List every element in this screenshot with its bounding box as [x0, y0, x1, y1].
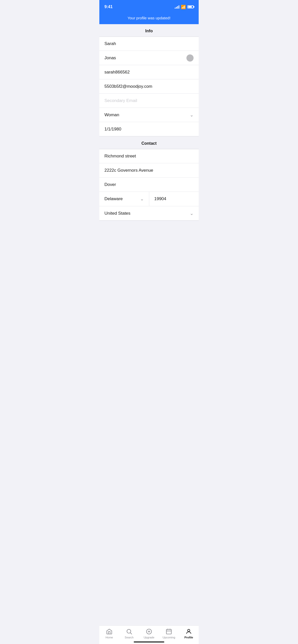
wifi-icon: 📶: [181, 5, 186, 9]
info-section-header: Info: [99, 24, 199, 36]
status-icons: 📶: [175, 5, 194, 9]
email-field[interactable]: 5503b5f2@moodjoy.com: [99, 79, 199, 94]
contact-fields-group: Richmond street 2222c Governors Avenue D…: [99, 149, 199, 221]
notification-message: Your profile was updated!: [128, 16, 171, 20]
username-field[interactable]: sarah866562: [99, 65, 199, 79]
zip-field[interactable]: 19904: [149, 192, 199, 206]
street2-field[interactable]: 2222c Governors Avenue: [99, 163, 199, 178]
state-value: Delaware: [104, 196, 123, 201]
country-value: United States: [104, 211, 190, 216]
secondary-email-field[interactable]: Secondary Email: [99, 94, 199, 108]
city-field[interactable]: Dover: [99, 178, 199, 192]
notification-banner: Your profile was updated!: [99, 13, 199, 24]
first-name-value: Sarah: [104, 41, 194, 46]
email-value: 5503b5f2@moodjoy.com: [104, 84, 194, 89]
street1-field[interactable]: Richmond street: [99, 149, 199, 163]
secondary-email-placeholder: Secondary Email: [104, 98, 194, 103]
city-value: Dover: [104, 182, 194, 187]
country-field[interactable]: United States ⌄: [99, 206, 199, 221]
state-field[interactable]: Delaware ⌄: [99, 192, 149, 206]
username-value: sarah866562: [104, 70, 194, 75]
street1-value: Richmond street: [104, 154, 194, 159]
contact-section-header: Contact: [99, 137, 199, 149]
gender-field[interactable]: Woman ⌄: [99, 108, 199, 122]
status-time: 9:41: [104, 5, 113, 9]
gender-value: Woman: [104, 112, 190, 118]
last-name-value: Jonas: [104, 55, 194, 61]
birthdate-field[interactable]: 1/1/1980: [99, 122, 199, 136]
scroll-indicator: [186, 54, 194, 62]
status-bar: 9:41 📶: [99, 0, 199, 13]
country-chevron-icon: ⌄: [190, 211, 194, 216]
zip-value: 19904: [154, 196, 166, 201]
birthdate-value: 1/1/1980: [104, 127, 194, 132]
first-name-field[interactable]: Sarah: [99, 37, 199, 51]
content-area: Info Sarah Jonas sarah866562 5503b5f2@mo…: [99, 24, 199, 251]
gender-chevron-icon: ⌄: [190, 112, 194, 118]
state-chevron-icon: ⌄: [140, 196, 144, 202]
state-zip-row: Delaware ⌄ 19904: [99, 192, 199, 206]
street2-value: 2222c Governors Avenue: [104, 168, 194, 173]
last-name-field[interactable]: Jonas: [99, 51, 199, 65]
info-fields-group: Sarah Jonas sarah866562 5503b5f2@moodjoy…: [99, 36, 199, 137]
signal-icon: [175, 5, 179, 9]
battery-icon: [187, 5, 194, 8]
